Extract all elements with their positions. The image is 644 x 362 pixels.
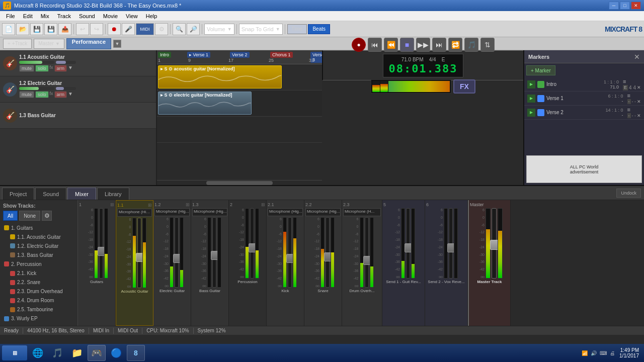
arm-button-electric[interactable]: arm [54,91,67,98]
performance-menu-button[interactable]: ▼ [113,40,121,48]
monitor-btn[interactable]: 🎤 [122,23,135,35]
fx-button[interactable]: FX [453,79,475,94]
taskbar-folder-icon[interactable]: 📁 [68,345,86,361]
fader-track-send1[interactable] [406,208,410,279]
menu-help[interactable]: Help [142,12,162,20]
time-button[interactable]: Time [287,24,307,34]
undo-button[interactable]: ↩ [76,23,89,35]
snap-dropdown[interactable]: Snap To Grid ▼ [239,24,283,35]
fader-track-bass[interactable] [212,217,216,288]
master-button[interactable]: Master ▼ [34,39,64,49]
tab-library[interactable]: Library [97,188,129,200]
marker-ctrl-e-verse2[interactable]: - [627,113,631,118]
add-track-button[interactable]: + +Track [3,39,32,49]
record-button[interactable]: ● [352,38,366,52]
fader-track-send2[interactable] [449,208,453,279]
menu-edit[interactable]: Edit [19,12,37,20]
track-list-item-kick[interactable]: 2.1. Kick [3,269,74,277]
arm-button-acoustic[interactable]: arm [54,65,67,72]
ch-input-kick[interactable]: Microphone (Hig... [268,208,303,216]
mute-button-electric[interactable]: mute [19,91,34,98]
track-expand-acoustic[interactable]: ▼ [68,65,73,72]
mute-button-acoustic[interactable]: mute [19,65,34,72]
fader-track-guitars[interactable] [99,208,103,279]
ch-input-electric[interactable]: Microphone (Hig... [154,208,190,216]
undock-button[interactable]: Undock [616,189,641,198]
midi-btn[interactable]: MIDI [136,23,154,35]
ch-expand-guitars[interactable]: ⊞ [110,202,114,207]
fader-track-snare[interactable] [326,217,330,288]
metronome-button[interactable]: 🎵 [464,38,478,52]
beats-button[interactable]: Beats [308,24,330,34]
tab-project[interactable]: Project [2,188,34,200]
menu-sound[interactable]: Sound [75,12,99,20]
export-button[interactable]: 📤 [58,23,71,35]
stop-button[interactable]: ■ [400,38,414,52]
marker-play-verse1[interactable]: ▶ [527,95,535,103]
menu-track[interactable]: Track [53,12,75,20]
filter-all-button[interactable]: All [3,211,18,221]
volume-dropdown[interactable]: Volume ▼ [204,24,234,35]
window-controls[interactable]: ─ □ ✕ [609,2,641,10]
markers-close-icon[interactable]: ✕ [634,53,640,61]
redo-button[interactable]: ↪ [90,23,103,35]
ch-expand-electric[interactable]: ⊞ [186,202,190,207]
fader-track-master[interactable] [492,208,497,279]
maximize-button[interactable]: □ [620,2,630,10]
ch-input-overhead[interactable]: Microphone (H... [343,208,381,216]
taskbar-chrome-icon[interactable]: 🔵 [107,345,125,361]
taskbar-mixcraft-icon[interactable]: 8 [127,345,145,361]
marker-close-verse2[interactable]: ✕ [637,113,641,118]
menu-movie[interactable]: Movie [99,12,122,20]
marker-close-verse1[interactable]: ✕ [637,99,641,104]
ch-expand-perc[interactable]: ⊞ [261,202,265,207]
start-button[interactable]: ⊞ [2,345,27,360]
open-button[interactable]: 📂 [16,23,29,35]
filter-none-button[interactable]: None [19,211,40,221]
marker-close-intro[interactable]: ✕ [637,85,641,90]
marker-play-intro[interactable]: ▶ [527,80,535,88]
track-list-item-electric[interactable]: 1.2. Electric Guitar [3,242,74,250]
track-list-item-acoustic[interactable]: 1.1. Acoustic Guitar [3,233,74,241]
fader-track-electric[interactable] [175,217,179,288]
fader-track-perc[interactable] [250,208,254,279]
ch-expand-acoustic[interactable]: ⊞ [148,203,152,208]
record-btn[interactable]: ⏺ [108,23,121,35]
play-button[interactable]: ▶▶ [416,38,430,52]
settings-btn[interactable]: ⚙ [155,23,168,35]
solo-button-acoustic[interactable]: solo [35,65,49,72]
taskbar-app-icon[interactable]: 🎮 [88,345,106,361]
track-list-item-drumroom[interactable]: 2.4. Drum Room [3,297,74,305]
new-button[interactable]: 📄 [2,23,15,35]
track-list-item-percussion[interactable]: 2. Percussion [3,260,74,268]
taskbar-media-icon[interactable]: 🎵 [48,345,66,361]
track-list-item-guitars[interactable]: 1. Guitars [3,224,74,232]
h-scrollbar[interactable] [157,180,322,185]
solo-button-electric[interactable]: solo [35,91,49,98]
punch-button[interactable]: ⇅ [480,38,495,52]
rewind-to-start-button[interactable]: ⏮ [368,38,382,52]
close-button[interactable]: ✕ [631,2,641,10]
track-list-item-snare[interactable]: 2.2. Snare [3,279,74,287]
search-btn[interactable]: 🔍 [173,23,186,35]
menu-file[interactable]: File [2,12,19,20]
tab-mixer[interactable]: Mixer [67,188,96,200]
add-marker-button[interactable]: + Marker [526,65,555,75]
track-list-item-tambourine[interactable]: 2.5. Tambourine [3,306,74,314]
marker-ctrl-e-intro[interactable]: E [623,85,628,90]
ch-input-acoustic[interactable]: Microphone (Hig... [117,209,152,217]
track-list-item-wurly[interactable]: 3. Wurly EP [3,315,74,323]
track-expand-electric[interactable]: ▼ [68,91,73,98]
menu-view[interactable]: View [122,12,142,20]
fader-track-acoustic[interactable] [137,218,141,288]
fader-track-kick[interactable] [288,217,292,288]
save-as-button[interactable]: 💾 [44,23,57,35]
clip-acoustic[interactable]: ▸ S ⊙ acoustic guitar [Normalized] [158,65,282,88]
fader-track-overhead[interactable] [365,217,369,288]
fast-forward-button[interactable]: ⏭ [432,38,446,52]
menu-mix[interactable]: Mix [37,12,53,20]
h-scrollbar-thumb[interactable] [206,181,272,185]
performance-button[interactable]: Performance [66,38,111,49]
ch-input-bass[interactable]: Microphone (Hig... [192,208,227,216]
clip-electric[interactable]: ▸ S ⊙ electric guitar [Normalized] [158,92,252,115]
